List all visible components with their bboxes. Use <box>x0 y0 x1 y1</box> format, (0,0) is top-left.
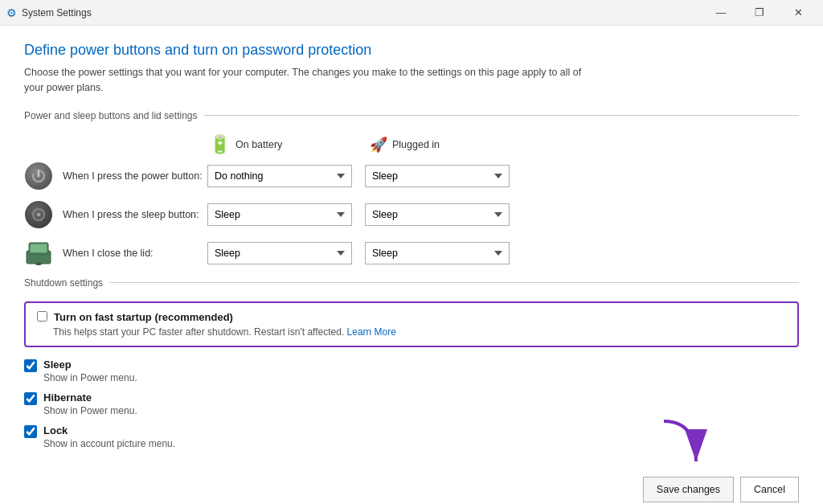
sleep-button-battery-select[interactable]: Sleep Do nothing Hibernate Shut down <box>207 203 352 226</box>
shutdown-section-label: Shutdown settings <box>24 277 103 289</box>
sleep-button-dropdowns: Sleep Do nothing Hibernate Shut down Sle… <box>207 203 510 226</box>
lid-label: When I close the lid: <box>63 248 207 259</box>
main-content: Define power buttons and turn on passwor… <box>0 26 823 504</box>
fast-startup-text-container: Turn on fast startup (recommended) <box>54 311 233 323</box>
divider <box>203 115 799 116</box>
maximize-button[interactable]: ❐ <box>741 3 778 23</box>
lock-checkbox-sublabel: Show in account picture menu. <box>43 438 175 449</box>
lid-icon-container <box>24 239 53 268</box>
shutdown-section-header: Shutdown settings <box>24 277 799 289</box>
lid-pluggedin-select[interactable]: Sleep Do nothing Hibernate Shut down <box>365 242 510 264</box>
power-button-row: When I press the power button: Do nothin… <box>24 162 799 191</box>
svg-point-4 <box>37 213 40 216</box>
pluggedin-column-header: 🚀 Plugged in <box>370 134 530 155</box>
sleep-button-label: When I press the sleep button: <box>63 209 207 220</box>
title-bar: ⚙ System Settings — ❐ ✕ <box>0 0 823 26</box>
hibernate-checkbox-text: Hibernate Show in Power menu. <box>43 391 137 416</box>
save-changes-button[interactable]: Save changes <box>643 477 734 502</box>
power-button-label: When I press the power button: <box>63 170 207 182</box>
hibernate-checkbox-item: Hibernate Show in Power menu. <box>24 391 799 416</box>
hibernate-checkbox[interactable] <box>24 392 37 405</box>
sleep-checkbox-label[interactable]: Sleep <box>43 359 72 371</box>
hibernate-checkbox-sublabel: Show in Power menu. <box>43 405 137 416</box>
app-title: System Settings <box>22 7 92 18</box>
fast-startup-description: This helps start your PC faster after sh… <box>53 326 786 338</box>
close-button[interactable]: ✕ <box>780 3 817 23</box>
power-symbol <box>31 168 47 184</box>
sleep-checkbox-item: Sleep Show in Power menu. <box>24 359 799 383</box>
sleep-checkbox-text: Sleep Show in Power menu. <box>43 359 137 383</box>
shutdown-divider <box>109 282 799 283</box>
page-title: Define power buttons and turn on passwor… <box>24 42 799 59</box>
sleep-checkbox-sublabel: Show in Power menu. <box>43 372 137 383</box>
fast-startup-row: Turn on fast startup (recommended) <box>37 311 786 323</box>
battery-label: On battery <box>235 139 282 150</box>
power-button-dropdowns: Do nothing Sleep Hibernate Shut down Tur… <box>207 165 510 187</box>
lock-checkbox-label[interactable]: Lock <box>43 424 68 436</box>
battery-column-header: 🔋 On battery <box>209 134 370 155</box>
sleep-button-row: When I press the sleep button: Sleep Do … <box>24 200 799 229</box>
hibernate-checkbox-label[interactable]: Hibernate <box>43 391 92 404</box>
fast-startup-checkbox[interactable] <box>37 311 47 322</box>
window-controls: — ❐ ✕ <box>702 3 817 23</box>
page-description: Choose the power settings that you want … <box>24 65 587 96</box>
lid-icon <box>24 240 53 267</box>
lid-dropdowns: Sleep Do nothing Hibernate Shut down Sle… <box>207 242 510 264</box>
sleep-symbol <box>31 207 47 223</box>
sleep-button-icon-container <box>24 200 53 229</box>
power-button-icon <box>25 162 52 190</box>
sleep-button-pluggedin-select[interactable]: Sleep Do nothing Hibernate Shut down <box>365 203 510 226</box>
cancel-button[interactable]: Cancel <box>740 477 799 502</box>
sleep-checkbox[interactable] <box>24 359 37 372</box>
sleep-button-icon <box>25 201 52 228</box>
power-sleep-section-label: Power and sleep buttons and lid settings <box>24 110 197 121</box>
app-logo: ⚙ <box>6 6 17 19</box>
pluggedin-icon: 🚀 <box>370 136 387 154</box>
arrow-indicator <box>648 417 712 473</box>
lid-battery-select[interactable]: Sleep Do nothing Hibernate Shut down <box>207 242 352 264</box>
lock-checkbox[interactable] <box>24 425 37 438</box>
minimize-button[interactable]: — <box>702 3 739 23</box>
arrow-container: Save changes Cancel <box>24 457 799 502</box>
footer-buttons: Save changes Cancel <box>643 470 799 502</box>
fast-startup-box: Turn on fast startup (recommended) This … <box>24 301 799 347</box>
power-button-icon-container <box>24 162 53 191</box>
title-bar-left: ⚙ System Settings <box>6 6 92 19</box>
svg-rect-7 <box>31 244 47 252</box>
lock-checkbox-text: Lock Show in account picture menu. <box>43 424 175 449</box>
lid-row: When I close the lid: Sleep Do nothing H… <box>24 239 799 268</box>
battery-icon: 🔋 <box>209 134 231 155</box>
svg-point-8 <box>35 262 42 265</box>
pluggedin-label: Plugged in <box>392 139 440 150</box>
fast-startup-desc-text: This helps start your PC faster after sh… <box>53 326 344 338</box>
fast-startup-label[interactable]: Turn on fast startup (recommended) <box>54 311 233 323</box>
power-button-pluggedin-select[interactable]: Sleep Do nothing Hibernate Shut down Tur… <box>365 165 510 187</box>
column-headers: 🔋 On battery 🚀 Plugged in <box>209 134 799 155</box>
power-sleep-section-header: Power and sleep buttons and lid settings <box>24 110 799 121</box>
power-button-battery-select[interactable]: Do nothing Sleep Hibernate Shut down Tur… <box>207 165 352 187</box>
learn-more-link[interactable]: Learn More <box>347 326 396 338</box>
